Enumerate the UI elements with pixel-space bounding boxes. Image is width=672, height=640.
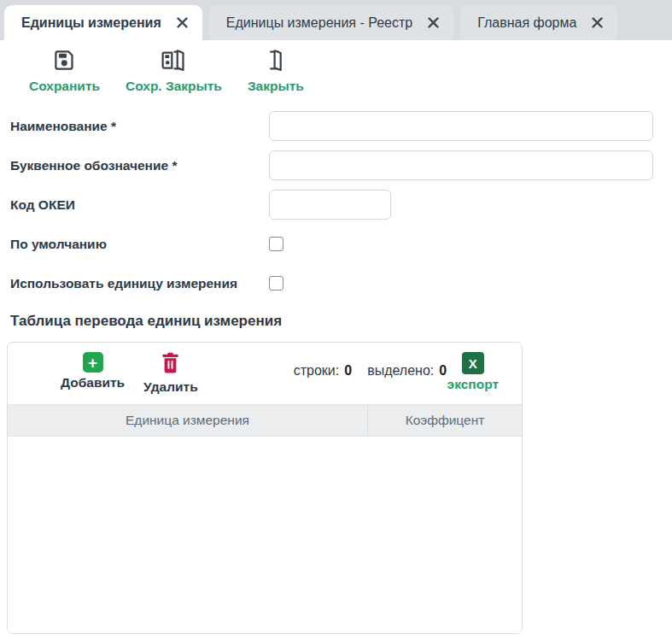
form-row-okei-code: Код ОКЕИ: [10, 190, 672, 220]
form-row-name: Наименование *: [10, 111, 672, 141]
conversion-table-title: Таблица перевода единиц измерения: [10, 313, 672, 330]
tab-units[interactable]: Единицы измерения: [4, 5, 202, 40]
table-toolbar: + Добавить Удалить строки: 0 выделен: [8, 343, 522, 404]
save-button[interactable]: Сохранить: [29, 49, 100, 94]
tab-main-form[interactable]: Главная форма: [460, 5, 617, 40]
export-button[interactable]: X экспорт: [447, 352, 499, 392]
form-row-use-unit: Использовать единицу измерения: [10, 268, 672, 298]
add-row-button[interactable]: + Добавить: [61, 352, 125, 390]
name-field-label: Наименование *: [10, 119, 269, 134]
close-icon[interactable]: [591, 16, 604, 29]
form-row-default: По умолчанию: [10, 229, 672, 259]
rows-count-value: 0: [344, 363, 352, 379]
save-close-button-label: Сохр. Закрыть: [126, 79, 222, 94]
letter-code-field-label: Буквенное обозначение *: [10, 158, 269, 173]
export-button-label: экспорт: [447, 377, 499, 392]
okei-code-field-label: Код ОКЕИ: [10, 197, 269, 213]
selected-count-value: 0: [439, 363, 447, 379]
tab-label: Главная форма: [477, 15, 576, 31]
tab-label: Единицы измерения: [21, 15, 161, 31]
column-header-unit[interactable]: Единица измерения: [8, 405, 368, 436]
okei-code-field[interactable]: [269, 190, 391, 220]
floppy-door-icon: [161, 49, 186, 75]
rows-count: строки: 0: [294, 363, 352, 379]
default-checkbox[interactable]: [269, 237, 283, 251]
use-unit-checkbox[interactable]: [269, 276, 283, 291]
floppy-disk-icon: [53, 49, 76, 75]
excel-x-icon: X: [462, 352, 484, 374]
tab-bar: Единицы измерения Единицы измерения - Ре…: [0, 0, 672, 40]
default-checkbox-label: По умолчанию: [10, 237, 269, 252]
tab-label: Единицы измерения - Реестр: [226, 15, 412, 31]
delete-row-button-label: Удалить: [143, 379, 198, 395]
row-counters: строки: 0 выделено: 0: [294, 363, 447, 379]
form-row-letter-code: Буквенное обозначение *: [10, 150, 672, 180]
add-row-button-label: Добавить: [61, 375, 125, 390]
close-icon[interactable]: [176, 16, 189, 29]
rows-count-label: строки:: [294, 363, 340, 379]
trash-icon: [161, 352, 180, 377]
selected-count-label: выделено:: [367, 363, 434, 379]
save-close-button[interactable]: Сохр. Закрыть: [126, 49, 222, 94]
letter-code-field[interactable]: [269, 150, 653, 180]
close-icon[interactable]: [427, 16, 440, 29]
selected-count: выделено: 0: [367, 363, 447, 379]
tab-units-registry[interactable]: Единицы измерения - Реестр: [209, 5, 453, 40]
plus-icon: +: [83, 352, 103, 373]
conversion-table-panel: + Добавить Удалить строки: 0 выделен: [7, 342, 523, 634]
delete-row-button[interactable]: Удалить: [143, 352, 198, 395]
main-toolbar: Сохранить Сохр. Закрыть Закрыть: [0, 40, 672, 99]
table-body-empty[interactable]: [8, 437, 522, 633]
unit-form: Наименование * Буквенное обозначение * К…: [0, 99, 672, 298]
column-header-coefficient[interactable]: Коэффицент: [368, 405, 522, 436]
use-unit-checkbox-label: Использовать единицу измерения: [10, 276, 269, 291]
name-field[interactable]: [269, 111, 653, 141]
close-button-label: Закрыть: [248, 79, 304, 94]
save-button-label: Сохранить: [29, 79, 100, 94]
open-door-icon: [264, 49, 287, 75]
close-button[interactable]: Закрыть: [248, 49, 304, 94]
table-header-row: Единица измерения Коэффицент: [8, 404, 522, 437]
